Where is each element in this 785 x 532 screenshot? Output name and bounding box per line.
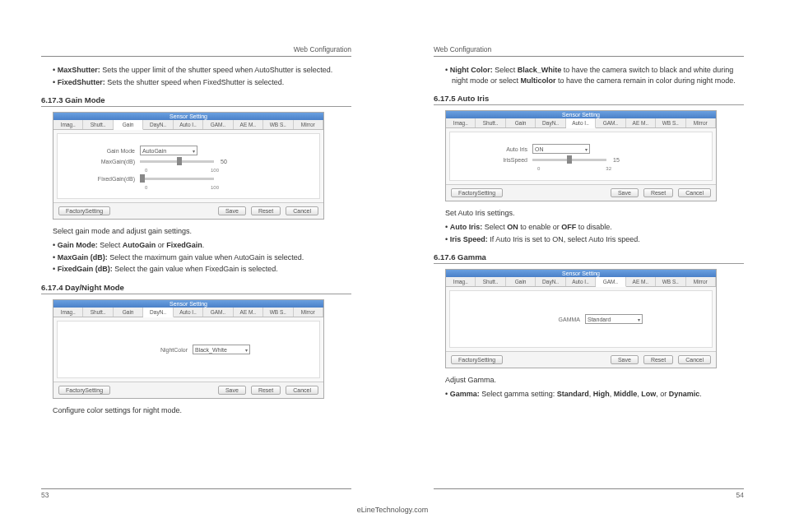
tab[interactable]: Shutt.. [476,118,505,127]
section-title: 6.17.3 Gain Mode [41,95,351,107]
section-title: 6.17.5 Auto Iris [434,94,744,105]
page-number: 54 [736,491,744,499]
reset-button[interactable]: Reset [251,206,281,215]
gamma-select[interactable]: Standard [585,314,643,324]
tab[interactable]: DayN.. [143,308,173,317]
tab[interactable]: DayN.. [536,277,565,286]
tab[interactable]: DayN.. [536,118,565,127]
tab-bar: Imag..Shutt..GainDayN..Auto I..GAM..AE M… [446,277,716,287]
cancel-button[interactable]: Cancel [678,355,711,364]
label: FixedGain(dB) [74,176,140,182]
label: NightColor [127,347,193,353]
label: Gain Mode [74,148,140,154]
reset-button[interactable]: Reset [251,386,281,395]
tab[interactable]: GAM.. [596,277,625,287]
tab[interactable]: Gain [506,118,536,127]
bullet: Gain Mode: Select AutoGain or FixedGain. [59,240,351,251]
fixedgain-slider[interactable] [140,178,214,180]
autoiris-select[interactable]: ON [532,144,590,154]
tab[interactable]: Gain [114,308,143,317]
window-title: Sensor Setting [446,270,716,277]
irisspeed-slider[interactable]: 15 [532,157,620,163]
save-button[interactable]: Save [611,188,639,197]
page-right: Web Configuration Night Color: Select Bl… [392,0,785,532]
label: MaxGain(dB) [74,159,140,164]
tab[interactable]: Auto I.. [566,277,596,286]
tab[interactable]: Shutt.. [476,277,505,286]
tab[interactable]: AE M.. [234,120,263,129]
tab[interactable]: DayN.. [143,120,173,129]
tab[interactable]: Imag.. [446,277,476,286]
window-title: Sensor Setting [53,113,323,120]
bullet: Auto Iris: Select ON to enable or OFF to… [452,222,744,233]
label: GAMMA [519,317,585,322]
bullet: MaxShutter: Sets the upper limit of the … [59,65,351,76]
tab[interactable]: WB S.. [263,308,293,317]
screenshot-autoiris: Sensor Setting Imag..Shutt..GainDayN..Au… [445,110,717,201]
factory-button[interactable]: FactorySetting [451,188,503,197]
label: Auto Iris [467,146,532,152]
save-button[interactable]: Save [218,206,246,215]
factory-button[interactable]: FactorySetting [58,386,110,395]
gain-mode-select[interactable]: AutoGain [140,146,197,155]
tab[interactable]: WB S.. [263,120,293,129]
bullet: Gamma: Select gamma setting: Standard, H… [452,389,744,400]
cancel-button[interactable]: Cancel [678,188,711,197]
tab-bar: Imag..Shutt..GainDayN..Auto I..GAM..AE M… [53,120,323,130]
tab[interactable]: Mirror [686,277,716,286]
bullet: FixedGain (dB): Select the gain value wh… [59,264,351,275]
tab[interactable]: Imag.. [53,120,83,129]
tab[interactable]: Mirror [686,118,716,127]
reset-button[interactable]: Reset [643,188,673,197]
section-title: 6.17.6 Gamma [434,252,744,264]
caption: Configure color settings for night mode. [53,405,351,416]
factory-button[interactable]: FactorySetting [451,355,503,364]
maxgain-slider[interactable]: 50 [140,159,227,164]
tab[interactable]: GAM.. [596,118,625,127]
screenshot-daynight: Sensor Setting Imag..Shutt..GainDayN..Au… [53,299,324,399]
nightcolor-select[interactable]: Black_White [193,345,250,354]
page-number: 53 [41,491,49,499]
tab[interactable]: AE M.. [626,118,656,127]
divider [41,488,351,489]
tab[interactable]: Auto I.. [174,120,203,129]
tab[interactable]: Imag.. [53,308,83,317]
page-header: Web Configuration [41,45,351,57]
caption: Adjust Gamma. [445,375,744,386]
bullet: MaxGain (dB): Select the maximum gain va… [59,252,351,263]
caption: Select gain mode and adjust gain setting… [53,226,351,237]
tab[interactable]: Gain [114,120,143,130]
window-title: Sensor Setting [53,300,323,308]
tab-bar: Imag..Shutt..GainDayN..Auto I..GAM..AE M… [446,118,716,128]
tab[interactable]: AE M.. [234,308,263,317]
tab[interactable]: AE M.. [626,277,656,286]
cancel-button[interactable]: Cancel [286,386,318,395]
page-left: Web Configuration MaxShutter: Sets the u… [0,0,392,532]
tab[interactable]: WB S.. [656,277,685,286]
tab[interactable]: Gain [506,277,536,286]
save-button[interactable]: Save [218,386,246,395]
tab[interactable]: WB S.. [656,118,685,127]
tab[interactable]: Mirror [294,308,323,317]
tab[interactable]: GAM.. [203,308,233,317]
tab[interactable]: Shutt.. [83,120,113,129]
tab-bar: Imag..Shutt..GainDayN..Auto I..GAM..AE M… [53,308,323,317]
page-spread: Web Configuration MaxShutter: Sets the u… [0,0,785,532]
bullet: Night Color: Select Black_White to have … [452,65,744,86]
site-footer: eLineTechnology.com [0,506,785,514]
bullet: FixedShutter: Sets the shutter speed whe… [59,77,351,88]
tab[interactable]: Shutt.. [83,308,113,317]
section-title: 6.17.4 Day/Night Mode [41,283,351,294]
factory-button[interactable]: FactorySetting [58,206,110,215]
tab[interactable]: Mirror [294,120,323,129]
tab[interactable]: Auto I.. [174,308,203,317]
caption: Set Auto Iris settings. [445,208,744,219]
divider [434,488,744,489]
tab[interactable]: Auto I.. [566,118,596,128]
tab[interactable]: Imag.. [446,118,476,127]
save-button[interactable]: Save [611,355,639,364]
page-header: Web Configuration [434,45,744,57]
tab[interactable]: GAM.. [203,120,233,129]
reset-button[interactable]: Reset [643,355,673,364]
cancel-button[interactable]: Cancel [286,206,318,215]
